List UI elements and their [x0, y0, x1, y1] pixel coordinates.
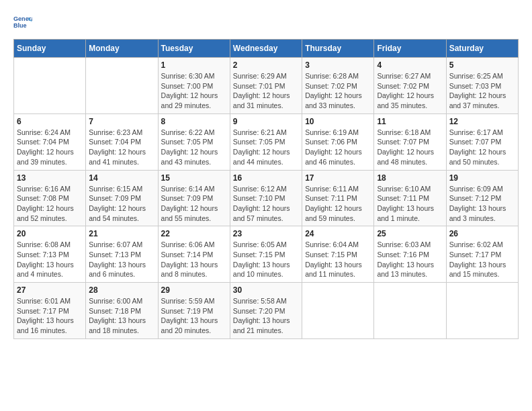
day-number: 3 [305, 60, 371, 70]
day-number: 8 [161, 117, 227, 126]
col-header-sunday: Sunday [14, 40, 86, 58]
calendar-cell: 16Sunrise: 6:12 AM Sunset: 7:10 PM Dayli… [230, 170, 302, 226]
day-number: 1 [161, 60, 227, 70]
day-detail: Sunrise: 6:05 AM Sunset: 7:15 PM Dayligh… [233, 240, 299, 279]
day-number: 12 [449, 117, 515, 126]
day-detail: Sunrise: 6:28 AM Sunset: 7:02 PM Dayligh… [305, 71, 371, 111]
calendar-cell: 8Sunrise: 6:22 AM Sunset: 7:05 PM Daylig… [158, 113, 230, 170]
calendar-cell: 29Sunrise: 5:59 AM Sunset: 7:19 PM Dayli… [158, 283, 230, 339]
day-detail: Sunrise: 6:18 AM Sunset: 7:07 PM Dayligh… [377, 128, 443, 167]
day-number: 22 [161, 229, 227, 238]
calendar-header-row: SundayMondayTuesdayWednesdayThursdayFrid… [14, 40, 519, 58]
day-number: 2 [233, 60, 299, 70]
calendar-cell [302, 283, 374, 339]
calendar-cell [86, 58, 158, 114]
day-detail: Sunrise: 6:10 AM Sunset: 7:11 PM Dayligh… [377, 184, 443, 224]
day-detail: Sunrise: 6:30 AM Sunset: 7:00 PM Dayligh… [161, 71, 227, 111]
day-number: 14 [89, 173, 154, 183]
day-number: 24 [305, 229, 371, 238]
calendar-cell [14, 58, 86, 114]
day-detail: Sunrise: 6:14 AM Sunset: 7:09 PM Dayligh… [161, 184, 227, 224]
day-number: 17 [305, 173, 371, 183]
day-detail: Sunrise: 6:07 AM Sunset: 7:13 PM Dayligh… [89, 240, 154, 279]
day-number: 13 [17, 173, 83, 183]
day-number: 18 [377, 173, 443, 183]
day-number: 26 [449, 229, 515, 238]
calendar-week-4: 20Sunrise: 6:08 AM Sunset: 7:13 PM Dayli… [14, 226, 519, 283]
col-header-monday: Monday [86, 40, 158, 58]
col-header-saturday: Saturday [446, 40, 518, 58]
logo: General Blue [13, 13, 38, 32]
day-detail: Sunrise: 6:17 AM Sunset: 7:07 PM Dayligh… [449, 128, 515, 167]
day-detail: Sunrise: 6:06 AM Sunset: 7:14 PM Dayligh… [161, 240, 227, 279]
day-detail: Sunrise: 6:25 AM Sunset: 7:03 PM Dayligh… [449, 71, 515, 111]
calendar-cell: 26Sunrise: 6:02 AM Sunset: 7:17 PM Dayli… [446, 226, 518, 283]
calendar-cell: 5Sunrise: 6:25 AM Sunset: 7:03 PM Daylig… [446, 58, 518, 114]
day-detail: Sunrise: 6:01 AM Sunset: 7:17 PM Dayligh… [17, 296, 83, 336]
day-detail: Sunrise: 6:16 AM Sunset: 7:08 PM Dayligh… [17, 184, 83, 224]
day-detail: Sunrise: 6:11 AM Sunset: 7:11 PM Dayligh… [305, 184, 371, 224]
day-detail: Sunrise: 6:08 AM Sunset: 7:13 PM Dayligh… [17, 240, 83, 279]
day-detail: Sunrise: 6:19 AM Sunset: 7:06 PM Dayligh… [305, 128, 371, 167]
calendar-cell: 11Sunrise: 6:18 AM Sunset: 7:07 PM Dayli… [374, 113, 446, 170]
calendar-cell: 27Sunrise: 6:01 AM Sunset: 7:17 PM Dayli… [14, 283, 86, 339]
calendar-cell: 22Sunrise: 6:06 AM Sunset: 7:14 PM Dayli… [158, 226, 230, 283]
calendar-cell [374, 283, 446, 339]
calendar-cell: 14Sunrise: 6:15 AM Sunset: 7:09 PM Dayli… [86, 170, 158, 226]
col-header-thursday: Thursday [302, 40, 374, 58]
day-detail: Sunrise: 5:58 AM Sunset: 7:20 PM Dayligh… [233, 296, 299, 336]
day-number: 4 [377, 60, 443, 70]
calendar-cell: 25Sunrise: 6:03 AM Sunset: 7:16 PM Dayli… [374, 226, 446, 283]
day-number: 10 [305, 117, 371, 126]
day-number: 7 [89, 117, 154, 126]
day-number: 23 [233, 229, 299, 238]
calendar-cell: 21Sunrise: 6:07 AM Sunset: 7:13 PM Dayli… [86, 226, 158, 283]
day-detail: Sunrise: 5:59 AM Sunset: 7:19 PM Dayligh… [161, 296, 227, 336]
calendar-cell: 24Sunrise: 6:04 AM Sunset: 7:15 PM Dayli… [302, 226, 374, 283]
day-number: 16 [233, 173, 299, 183]
calendar-cell: 17Sunrise: 6:11 AM Sunset: 7:11 PM Dayli… [302, 170, 374, 226]
calendar-cell: 1Sunrise: 6:30 AM Sunset: 7:00 PM Daylig… [158, 58, 230, 114]
day-detail: Sunrise: 6:09 AM Sunset: 7:12 PM Dayligh… [449, 184, 515, 224]
calendar-week-2: 6Sunrise: 6:24 AM Sunset: 7:04 PM Daylig… [14, 113, 519, 170]
calendar-week-5: 27Sunrise: 6:01 AM Sunset: 7:17 PM Dayli… [14, 283, 519, 339]
calendar-cell: 30Sunrise: 5:58 AM Sunset: 7:20 PM Dayli… [230, 283, 302, 339]
calendar-cell: 7Sunrise: 6:23 AM Sunset: 7:04 PM Daylig… [86, 113, 158, 170]
calendar-cell: 9Sunrise: 6:21 AM Sunset: 7:05 PM Daylig… [230, 113, 302, 170]
day-detail: Sunrise: 6:04 AM Sunset: 7:15 PM Dayligh… [305, 240, 371, 279]
day-number: 5 [449, 60, 515, 70]
calendar-cell: 4Sunrise: 6:27 AM Sunset: 7:02 PM Daylig… [374, 58, 446, 114]
col-header-friday: Friday [374, 40, 446, 58]
day-number: 9 [233, 117, 299, 126]
day-number: 6 [17, 117, 83, 126]
col-header-wednesday: Wednesday [230, 40, 302, 58]
day-number: 28 [89, 285, 154, 295]
day-detail: Sunrise: 6:00 AM Sunset: 7:18 PM Dayligh… [89, 296, 154, 336]
calendar-table: SundayMondayTuesdayWednesdayThursdayFrid… [13, 39, 519, 339]
day-number: 20 [17, 229, 83, 238]
svg-text:Blue: Blue [13, 22, 27, 29]
day-number: 11 [377, 117, 443, 126]
day-number: 27 [17, 285, 83, 295]
day-detail: Sunrise: 6:12 AM Sunset: 7:10 PM Dayligh… [233, 184, 299, 224]
calendar-cell: 10Sunrise: 6:19 AM Sunset: 7:06 PM Dayli… [302, 113, 374, 170]
day-detail: Sunrise: 6:21 AM Sunset: 7:05 PM Dayligh… [233, 128, 299, 167]
day-number: 19 [449, 173, 515, 183]
calendar-week-1: 1Sunrise: 6:30 AM Sunset: 7:00 PM Daylig… [14, 58, 519, 114]
day-number: 25 [377, 229, 443, 238]
calendar-cell: 6Sunrise: 6:24 AM Sunset: 7:04 PM Daylig… [14, 113, 86, 170]
day-detail: Sunrise: 6:02 AM Sunset: 7:17 PM Dayligh… [449, 240, 515, 279]
col-header-tuesday: Tuesday [158, 40, 230, 58]
day-number: 29 [161, 285, 227, 295]
calendar-cell: 20Sunrise: 6:08 AM Sunset: 7:13 PM Dayli… [14, 226, 86, 283]
calendar-cell: 19Sunrise: 6:09 AM Sunset: 7:12 PM Dayli… [446, 170, 518, 226]
calendar-cell: 23Sunrise: 6:05 AM Sunset: 7:15 PM Dayli… [230, 226, 302, 283]
calendar-cell: 2Sunrise: 6:29 AM Sunset: 7:01 PM Daylig… [230, 58, 302, 114]
calendar-cell: 15Sunrise: 6:14 AM Sunset: 7:09 PM Dayli… [158, 170, 230, 226]
day-detail: Sunrise: 6:03 AM Sunset: 7:16 PM Dayligh… [377, 240, 443, 279]
calendar-week-3: 13Sunrise: 6:16 AM Sunset: 7:08 PM Dayli… [14, 170, 519, 226]
calendar-cell: 28Sunrise: 6:00 AM Sunset: 7:18 PM Dayli… [86, 283, 158, 339]
day-number: 30 [233, 285, 299, 295]
day-detail: Sunrise: 6:24 AM Sunset: 7:04 PM Dayligh… [17, 128, 83, 167]
calendar-cell: 12Sunrise: 6:17 AM Sunset: 7:07 PM Dayli… [446, 113, 518, 170]
